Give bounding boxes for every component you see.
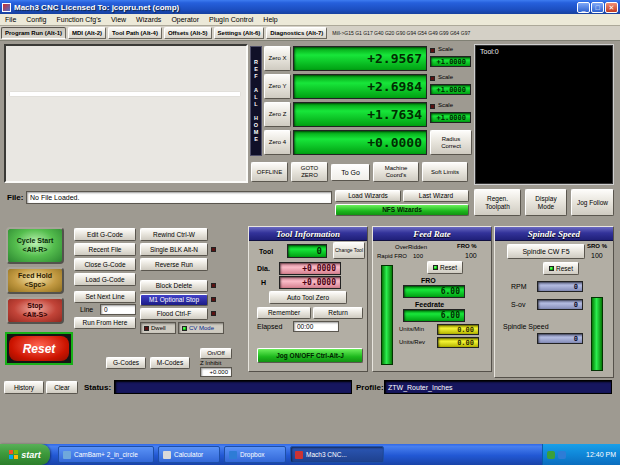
load-wizards-button[interactable]: Load Wizards xyxy=(335,190,401,202)
close-button[interactable]: ✕ xyxy=(605,2,618,13)
tool-dia-dro[interactable]: +0.0000 xyxy=(279,262,341,275)
menu-config[interactable]: Config xyxy=(21,16,51,23)
a-axis-dro[interactable]: +0.0000 xyxy=(293,130,427,155)
maximize-button[interactable]: □ xyxy=(591,2,604,13)
window-title: Mach3 CNC Licensed To: jcopru.net (comp) xyxy=(14,3,576,12)
sov-dro[interactable]: 0 xyxy=(537,299,583,310)
z-axis-dro[interactable]: +1.7634 xyxy=(293,102,427,127)
g-codes-button[interactable]: G-Codes xyxy=(106,357,146,369)
change-tool-button[interactable]: Change Tool xyxy=(333,242,365,259)
fro-slider[interactable] xyxy=(381,265,393,365)
stop-button[interactable]: Stop <Alt-S> xyxy=(6,297,64,324)
clear-button[interactable]: Clear xyxy=(46,381,78,394)
taskbar-item-cambam-label: CamBam+ 2_in_circle xyxy=(74,451,138,458)
dropbox-tray-icon[interactable] xyxy=(558,451,566,459)
taskbar-item-cambam[interactable]: CamBam+ 2_in_circle xyxy=(58,446,154,463)
recent-file-button[interactable]: Recent File xyxy=(74,243,136,256)
taskbar-item-calculator[interactable]: Calculator xyxy=(158,446,220,463)
fro-reset-led-icon xyxy=(433,265,438,270)
menu-operator[interactable]: Operator xyxy=(166,16,204,23)
units-min-dro[interactable]: 0.00 xyxy=(437,324,479,335)
tab-diagnostics[interactable]: Diagnostics (Alt-7) xyxy=(266,27,327,39)
nfs-wizards-button[interactable]: NFS Wizards xyxy=(335,204,469,216)
history-button[interactable]: History xyxy=(4,381,44,394)
antivirus-tray-icon[interactable] xyxy=(547,451,555,459)
machine-coords-button[interactable]: Machine Coord's xyxy=(373,162,419,182)
fro-reset-button[interactable]: Reset xyxy=(427,261,463,274)
close-gcode-button[interactable]: Close G-Code xyxy=(74,258,136,271)
feed-hold-button[interactable]: Feed Hold <Spc> xyxy=(6,267,64,294)
tab-mdi[interactable]: MDI (Alt-2) xyxy=(68,27,106,39)
zero-4-button[interactable]: Zero 4 xyxy=(264,130,291,155)
menu-help[interactable]: Help xyxy=(258,16,282,23)
taskbar-item-mach3-label: Mach3 CNC... xyxy=(306,451,347,458)
menu-wizards[interactable]: Wizards xyxy=(131,16,166,23)
jog-onoff-button[interactable]: Jog ON/OFF Ctrl-Alt-J xyxy=(257,348,363,363)
regen-toolpath-button[interactable]: Regen. Toolpath xyxy=(474,189,521,216)
spindle-speed-dro[interactable]: 0 xyxy=(537,333,583,344)
load-gcode-button[interactable]: Load G-Code xyxy=(74,273,136,286)
remember-button[interactable]: Remember xyxy=(257,307,311,319)
sro-reset-button[interactable]: Reset xyxy=(543,262,579,275)
zero-x-button[interactable]: Zero X xyxy=(264,46,291,71)
toolpath-display[interactable]: Tool:0 xyxy=(474,44,614,185)
y-scale-dro[interactable]: +1.0000 xyxy=(430,84,471,95)
fro-dro[interactable]: 6.00 xyxy=(403,285,465,298)
offline-button[interactable]: OFFLINE xyxy=(251,162,288,182)
zero-y-button[interactable]: Zero Y xyxy=(264,74,291,99)
goto-zero-button[interactable]: GOTO ZERO xyxy=(291,162,328,182)
rpm-dro[interactable]: 0 xyxy=(537,281,583,292)
radius-correct-button[interactable]: Radius Correct xyxy=(430,130,472,155)
start-button[interactable]: start xyxy=(0,444,50,465)
z-inhibit-dro[interactable]: +0.000 xyxy=(200,367,232,377)
reverse-run-button[interactable]: Reverse Run xyxy=(140,258,208,271)
cycle-start-button[interactable]: Cycle Start <Alt-R> xyxy=(6,227,64,264)
taskbar-clock[interactable]: 12:40 PM xyxy=(586,451,616,458)
tab-program-run[interactable]: Program Run (Alt-1) xyxy=(1,27,66,39)
spindle-cw-button[interactable]: Spindle CW F5 xyxy=(507,244,585,259)
rewind-button[interactable]: Rewind Ctrl-W xyxy=(140,228,208,241)
tab-tool-path[interactable]: Tool Path (Alt-4) xyxy=(108,27,162,39)
line-number-field[interactable]: 0 xyxy=(100,304,136,315)
return-button[interactable]: Return xyxy=(313,307,363,319)
loaded-file-field[interactable]: No File Loaded. xyxy=(26,191,332,204)
x-axis-dro[interactable]: +2.9567 xyxy=(293,46,427,71)
ref-all-home-button[interactable]: REF ALL HOME xyxy=(250,46,262,156)
sro-slider[interactable] xyxy=(591,297,603,371)
single-blk-button[interactable]: Single BLK Alt-N xyxy=(140,243,208,256)
menu-plugin-control[interactable]: PlugIn Control xyxy=(204,16,258,23)
soft-limits-button[interactable]: Soft Limits xyxy=(422,162,468,182)
zero-z-button[interactable]: Zero Z xyxy=(264,102,291,127)
m-codes-button[interactable]: M-Codes xyxy=(150,357,190,369)
taskbar-item-dropbox[interactable]: Dropbox xyxy=(224,446,286,463)
reset-button[interactable]: Reset xyxy=(5,332,73,365)
feedrate-dro[interactable]: 6.00 xyxy=(403,309,465,322)
last-wizard-button[interactable]: Last Wizard xyxy=(403,190,469,202)
z-inhibit-onoff-button[interactable]: On/Off xyxy=(200,348,232,359)
jog-follow-button[interactable]: Jog Follow xyxy=(571,189,614,216)
auto-tool-zero-button[interactable]: Auto Tool Zero xyxy=(269,291,347,304)
tool-number-dro[interactable]: 0 xyxy=(287,244,327,258)
flood-button[interactable]: Flood Ctrl-F xyxy=(140,308,208,320)
tab-settings[interactable]: Settings (Alt-6) xyxy=(214,27,265,39)
m1-optional-stop-button[interactable]: M1 Optional Stop xyxy=(140,294,208,306)
tool-h-dro[interactable]: +0.0000 xyxy=(279,276,341,289)
tab-offsets[interactable]: Offsets (Alt-5) xyxy=(164,27,212,39)
run-from-here-button[interactable]: Run From Here xyxy=(74,317,136,329)
display-mode-button[interactable]: Display Mode xyxy=(525,189,567,216)
x-scale-dro[interactable]: +1.0000 xyxy=(430,56,471,67)
minimize-button[interactable]: _ xyxy=(577,2,590,13)
block-delete-button[interactable]: Block Delete xyxy=(140,280,208,292)
taskbar-item-mach3[interactable]: Mach3 CNC... xyxy=(290,446,384,463)
set-next-line-button[interactable]: Set Next Line xyxy=(74,291,136,303)
units-rev-dro[interactable]: 0.00 xyxy=(437,337,479,348)
menu-view[interactable]: View xyxy=(106,16,131,23)
menu-function-cfgs[interactable]: Function Cfg's xyxy=(52,16,107,23)
to-go-button[interactable]: To Go xyxy=(331,164,370,181)
z-scale-dro[interactable]: +1.0000 xyxy=(430,112,471,123)
y-axis-dro[interactable]: +2.6984 xyxy=(293,74,427,99)
edit-gcode-button[interactable]: Edit G-Code xyxy=(74,228,136,241)
menu-file[interactable]: File xyxy=(0,16,21,23)
title-bar[interactable]: Mach3 CNC Licensed To: jcopru.net (comp)… xyxy=(0,0,620,14)
gcode-display[interactable] xyxy=(4,44,248,183)
